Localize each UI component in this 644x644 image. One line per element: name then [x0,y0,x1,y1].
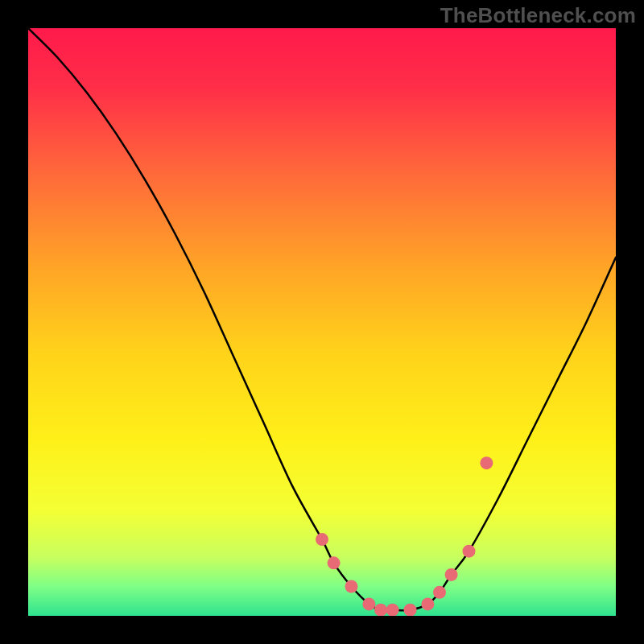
chart-svg [0,0,644,644]
curve-marker [445,568,458,581]
curve-marker [421,597,434,610]
bottleneck-chart: TheBottleneck.com [0,0,644,644]
curve-marker [404,604,417,617]
curve-marker [328,556,341,569]
gradient-background [28,28,616,616]
curve-marker [345,580,358,593]
curve-marker [433,586,446,599]
curve-marker [386,604,399,617]
curve-marker [463,545,476,558]
curve-marker [480,456,493,469]
curve-marker [374,604,387,617]
curve-marker [316,533,328,546]
watermark-text: TheBottleneck.com [440,3,636,28]
curve-marker [362,597,375,610]
